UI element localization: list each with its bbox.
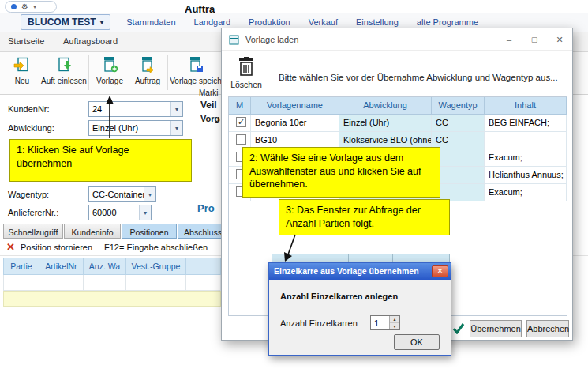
vorlage-label: Vorlage — [96, 77, 123, 85]
abwicklung-combobox[interactable]: Einzel (Uhr) ▾ — [88, 120, 183, 136]
brand-menu-button[interactable]: BLUCOM TEST ▾ — [21, 14, 110, 30]
column-filler — [186, 258, 221, 275]
template-add-icon — [101, 55, 118, 75]
cell-inhalt — [485, 132, 567, 149]
save-template-icon — [187, 55, 204, 75]
anlieferernr-combobox[interactable]: 60000 ▾ — [88, 205, 152, 220]
chevron-down-icon: ▾ — [100, 18, 104, 26]
positions-empty-row[interactable] — [3, 275, 221, 291]
abwicklung-label: Abwicklung: — [8, 123, 54, 133]
quick-access-toolbar[interactable]: ⚙ ▾ — [5, 1, 57, 13]
column-partie[interactable]: Partie — [3, 258, 39, 275]
row-checkbox[interactable] — [236, 134, 246, 145]
maximize-icon[interactable]: ▢ — [522, 28, 547, 51]
toolbar-separator — [167, 55, 168, 90]
menu-item-einstellung[interactable]: Einstellung — [356, 17, 399, 27]
chevron-down-icon[interactable]: ▾ — [33, 4, 36, 10]
column-abwicklung[interactable]: Abwicklung — [339, 97, 432, 115]
template-grid-header: M Vorlagenname Abwicklung Wagentyp Inhal… — [229, 97, 567, 115]
check-icon: ✓ — [237, 118, 245, 126]
anzahl-value[interactable]: 1 — [371, 316, 389, 329]
uebernehmen-button[interactable]: Übernehmen — [470, 320, 522, 337]
auftrag-einlesen-label: Auft einlesen — [41, 77, 87, 85]
positions-newrow-band[interactable] — [3, 291, 221, 307]
cancel-x-icon: ✕ — [6, 241, 15, 253]
auftrag-button[interactable]: Auftrag — [129, 54, 166, 93]
cell-inhalt: BEG EINFACH; — [485, 115, 567, 132]
active-tab-auftrag[interactable]: Auftra — [185, 3, 215, 15]
annotation-step3: 3: Das Fenster zur Abfrage der Anzahl Pa… — [279, 199, 450, 235]
minimize-icon[interactable]: – — [496, 28, 522, 51]
abbrechen-button[interactable]: Abbrechen — [526, 320, 569, 337]
annotation-step2: 2: Wähle Sie eine Vorlage aus dem Auswah… — [242, 147, 440, 198]
tab-positionen[interactable]: Positionen — [122, 224, 177, 239]
vorgang-label: Vorga — [200, 114, 220, 123]
app-icon — [11, 4, 17, 9]
loeschen-label: Löschen — [230, 80, 262, 89]
tab-startseite[interactable]: Startseite — [8, 36, 44, 46]
pro-label: Pro — [197, 202, 220, 214]
f12-hint-label: F12= Eingabe abschließen — [104, 243, 208, 252]
vorlage-speichern-button[interactable]: Vorlage speich — [170, 54, 221, 93]
brand-label: BLUCOM TEST — [28, 17, 96, 28]
cell-inhalt: Helianthus Annuus; — [485, 167, 567, 184]
new-document-icon — [13, 55, 31, 75]
menu-item-landgard[interactable]: Landgard — [194, 17, 231, 27]
annotation-step1: 1: Klicken Sie auf Vorlage übernehmen — [9, 139, 192, 182]
vorlage-speichern-label: Vorlage speich — [170, 77, 222, 85]
column-vest-gruppe[interactable]: Vest.-Gruppe — [126, 258, 186, 275]
close-icon[interactable]: ✕ — [432, 265, 448, 277]
dialog-title-bar[interactable]: Vorlage laden – ▢ ✕ — [222, 28, 572, 51]
row-checkbox[interactable]: ✓ — [236, 117, 246, 127]
column-vorlagenname[interactable]: Vorlagenname — [251, 97, 339, 115]
kundennr-combobox[interactable]: 24 ▾ — [88, 101, 183, 117]
anlieferernr-value: 60000 — [89, 205, 139, 220]
toolbar-separator — [88, 55, 89, 90]
anlieferernr-label: AnliefererNr.: — [8, 208, 58, 217]
chevron-down-icon: ▾ — [170, 121, 182, 135]
einzelkarre-title-bar[interactable]: Einzelkarre aus Vorlage übernehmen ✕ — [269, 263, 451, 280]
gear-icon[interactable]: ⚙ — [21, 3, 28, 11]
neu-button[interactable]: Neu — [5, 54, 39, 93]
cell-inhalt: Exacum; — [485, 184, 567, 201]
ok-button[interactable]: OK — [394, 334, 440, 350]
dialog-info-text: Bitte wählen Sie vor der Übernahme Abwic… — [279, 73, 563, 82]
cell-abwicklung: Einzel (Uhr) — [339, 115, 432, 132]
confirm-check-icon — [452, 322, 465, 337]
wagentyp-combobox[interactable]: CC-Container ▾ — [88, 186, 156, 202]
close-icon[interactable]: ✕ — [547, 28, 572, 51]
cell-vorlagenname: Begonia 10er — [251, 115, 339, 132]
spin-up-icon[interactable]: ▲ — [390, 316, 399, 323]
chevron-down-icon: ▾ — [144, 187, 155, 201]
chevron-down-icon: ▾ — [170, 102, 182, 116]
position-stornieren-command[interactable]: Position stornieren — [21, 243, 92, 252]
column-anz-wa[interactable]: Anz. Wa — [84, 258, 126, 275]
dialog-title: Vorlage laden — [245, 35, 298, 44]
trash-icon — [238, 56, 254, 79]
spin-down-icon[interactable]: ▼ — [390, 323, 399, 329]
wagentyp-label: Wagentyp: — [8, 190, 49, 199]
anzahl-heading: Anzahl Einzelkarren anlegen — [280, 292, 398, 301]
column-artikelnr[interactable]: ArtikelNr — [39, 258, 84, 275]
app-window: ⚙ ▾ BLUCOM TEST ▾ Stammdaten Landgard Pr… — [0, 0, 588, 369]
template-row-begonia[interactable]: ✓ Begonia 10er Einzel (Uhr) CC BEG EINFA… — [229, 115, 567, 132]
menu-item-stammdaten[interactable]: Stammdaten — [126, 17, 175, 27]
einzelkarre-dialog: Einzelkarre aus Vorlage übernehmen ✕ Anz… — [268, 262, 451, 356]
order-document-icon — [139, 55, 156, 75]
markierung-label: Marki — [199, 88, 220, 97]
tab-kundeninfo[interactable]: Kundeninfo — [64, 224, 121, 239]
loeschen-button[interactable]: Löschen — [228, 55, 264, 100]
tab-schnellzugriff[interactable]: Schnellzugriff — [3, 224, 63, 239]
menu-item-verkauf[interactable]: Verkauf — [309, 17, 338, 27]
auftrag-einlesen-button[interactable]: Auft einlesen — [41, 54, 87, 93]
menu-item-alte-programme[interactable]: alte Programme — [417, 17, 478, 27]
tab-auftragsboard[interactable]: Auftragsboard — [63, 36, 118, 46]
column-inhalt[interactable]: Inhalt — [485, 97, 567, 115]
abwicklung-value: Einzel (Uhr) — [89, 121, 170, 135]
menu-item-produktion[interactable]: Produktion — [249, 17, 290, 27]
chevron-down-icon: ▾ — [139, 205, 151, 220]
vorlage-button[interactable]: Vorlage — [92, 54, 128, 93]
anzahl-spinner[interactable]: 1 ▲ ▼ — [370, 315, 400, 330]
column-wagentyp[interactable]: Wagentyp — [432, 97, 485, 115]
column-m[interactable]: M — [229, 97, 251, 115]
